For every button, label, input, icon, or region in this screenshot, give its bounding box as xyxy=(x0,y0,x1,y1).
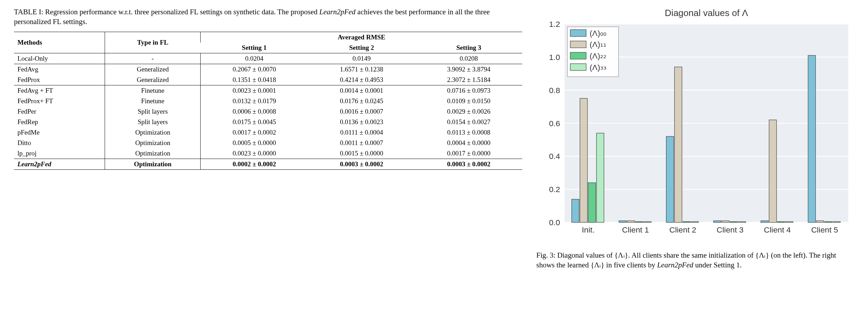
bar xyxy=(644,222,651,222)
col-rmse: Averaged RMSE xyxy=(201,32,523,43)
bar xyxy=(675,67,682,222)
svg-text:0.6: 0.6 xyxy=(549,119,560,128)
table-cell: Learn2pFed xyxy=(14,159,105,169)
bar xyxy=(833,222,840,222)
table-cell: lp_proj xyxy=(14,148,105,159)
bar xyxy=(636,222,643,222)
page-layout: TABLE I: Regression performance w.r.t. t… xyxy=(14,7,854,270)
bar xyxy=(722,221,729,222)
col-s2: Setting 2 xyxy=(308,43,415,53)
table-cell: 0.0154 ± 0.0027 xyxy=(415,117,522,127)
svg-text:Diagonal values of Λ: Diagonal values of Λ xyxy=(665,8,748,18)
svg-text:0.4: 0.4 xyxy=(549,152,560,161)
table-cell: 0.0111 ± 0.0004 xyxy=(308,127,415,138)
table-cell: Finetune xyxy=(105,85,201,96)
bar xyxy=(808,55,816,222)
caption-text-1: Regression performance w.r.t. three pers… xyxy=(45,8,319,16)
caption-label: TABLE I: xyxy=(14,8,45,16)
table-cell: 0.0004 ± 0.0000 xyxy=(415,138,522,148)
bar xyxy=(761,221,768,222)
table-cell: Optimization xyxy=(105,159,201,169)
table-row: FedAvg + FTFinetune0.0023 ± 0.00010.0014… xyxy=(14,85,522,96)
table-row: Local-Only-0.02040.01490.0208 xyxy=(14,53,522,64)
bar xyxy=(572,199,579,222)
svg-text:Client 2: Client 2 xyxy=(669,225,696,234)
fig-method: Learn2pFed xyxy=(657,261,693,269)
svg-text:0.0: 0.0 xyxy=(549,218,560,227)
table-cell: 0.0109 ± 0.0150 xyxy=(415,96,522,106)
table-body: Local-Only-0.02040.01490.0208FedAvgGener… xyxy=(14,53,522,169)
bar xyxy=(627,221,635,222)
bar xyxy=(825,222,832,222)
table-cell: 0.0716 ± 0.0973 xyxy=(415,85,522,96)
svg-text:Client 3: Client 3 xyxy=(717,225,743,234)
table-cell: 0.1351 ± 0.0418 xyxy=(201,75,308,85)
svg-rect-23 xyxy=(570,30,586,37)
bar xyxy=(619,221,626,222)
svg-text:1.2: 1.2 xyxy=(549,20,560,29)
col-type: Type in FL xyxy=(105,32,201,53)
table-cell: Split layers xyxy=(105,106,201,117)
table-cell: pFedMe xyxy=(14,127,105,138)
svg-text:0.2: 0.2 xyxy=(549,185,560,194)
table-cell: 0.0011 ± 0.0007 xyxy=(308,138,415,148)
table-cell: Ditto xyxy=(14,138,105,148)
svg-text:Client 5: Client 5 xyxy=(811,225,838,234)
table-cell: Optimization xyxy=(105,138,201,148)
table-row: FedRepSplit layers0.0175 ± 0.00450.0136 … xyxy=(14,117,522,127)
table-cell: 0.2067 ± 0.0070 xyxy=(201,64,308,75)
bar xyxy=(580,98,588,222)
table-cell: 0.0003 ± 0.0002 xyxy=(308,159,415,169)
bar xyxy=(739,222,746,222)
svg-rect-29 xyxy=(570,64,586,71)
table-cell: 0.4214 ± 0.4953 xyxy=(308,75,415,85)
table-row: pFedMeOptimization0.0017 ± 0.00020.0111 … xyxy=(14,127,522,138)
table-cell: Optimization xyxy=(105,148,201,159)
table-cell: Split layers xyxy=(105,117,201,127)
svg-text:(Λ)₂₂: (Λ)₂₂ xyxy=(590,51,606,60)
bar xyxy=(777,222,785,222)
figure-section: Diagonal values of Λ0.00.20.40.60.81.01.… xyxy=(536,7,854,270)
table-cell: 0.0023 ± 0.0000 xyxy=(201,148,308,159)
svg-rect-27 xyxy=(570,52,586,59)
table-cell: Finetune xyxy=(105,96,201,106)
chart-container: Diagonal values of Λ0.00.20.40.60.81.01.… xyxy=(536,7,854,247)
table-cell: 0.0023 ± 0.0001 xyxy=(201,85,308,96)
table-cell: FedAvg xyxy=(14,64,105,75)
bar xyxy=(597,133,604,222)
results-table: Methods Type in FL Averaged RMSE Setting… xyxy=(14,32,522,170)
col-s3: Setting 3 xyxy=(415,43,522,53)
table-cell: Generalized xyxy=(105,75,201,85)
table-cell: 0.0005 ± 0.0000 xyxy=(201,138,308,148)
col-methods: Methods xyxy=(14,32,105,53)
table-row: FedProxGeneralized0.1351 ± 0.04180.4214 … xyxy=(14,75,522,85)
table-cell: 0.0002 ± 0.0002 xyxy=(201,159,308,169)
table-cell: 0.0017 ± 0.0000 xyxy=(415,148,522,159)
bar xyxy=(816,221,824,222)
svg-text:Init.: Init. xyxy=(582,225,595,234)
bar xyxy=(588,183,596,222)
table-cell: 0.0208 xyxy=(415,53,522,64)
bar xyxy=(683,222,690,222)
table-row: Learn2pFedOptimization0.0002 ± 0.00020.0… xyxy=(14,159,522,169)
table-row: FedAvgGeneralized0.2067 ± 0.00701.6571 ±… xyxy=(14,64,522,75)
table-row: DittoOptimization0.0005 ± 0.00000.0011 ±… xyxy=(14,138,522,148)
table-cell: 0.0014 ± 0.0001 xyxy=(308,85,415,96)
table-cell: 0.0113 ± 0.0008 xyxy=(415,127,522,138)
svg-text:Client 4: Client 4 xyxy=(764,225,791,234)
table-cell: Optimization xyxy=(105,127,201,138)
table-cell: 1.6571 ± 0.1238 xyxy=(308,64,415,75)
table-cell: FedPer xyxy=(14,106,105,117)
svg-text:0.8: 0.8 xyxy=(549,86,560,95)
fig-text-2: under Setting 1. xyxy=(693,261,742,269)
table-cell: 0.0003 ± 0.0002 xyxy=(415,159,522,169)
table-cell: FedProx xyxy=(14,75,105,85)
bar xyxy=(691,222,698,222)
table-cell: 0.0204 xyxy=(201,53,308,64)
table-cell: 0.0136 ± 0.0023 xyxy=(308,117,415,127)
table-cell: Local-Only xyxy=(14,53,105,64)
table-cell: 0.0149 xyxy=(308,53,415,64)
table-cell: 0.0175 ± 0.0045 xyxy=(201,117,308,127)
fig-label: Fig. 3: xyxy=(536,251,557,259)
bar xyxy=(666,136,674,222)
